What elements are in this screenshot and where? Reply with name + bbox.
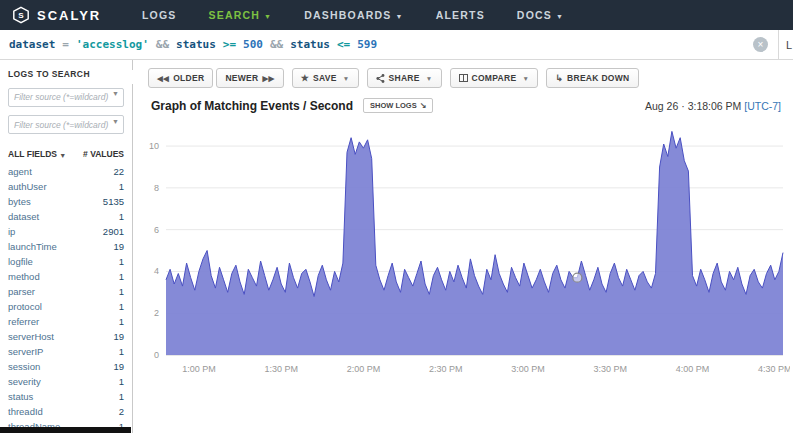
- chevron-down-icon: ▼: [426, 75, 433, 82]
- y-axis-tick-label: 0: [154, 350, 159, 360]
- field-row-referrer[interactable]: referrer1: [0, 314, 132, 329]
- chart-point-marker[interactable]: [573, 273, 582, 282]
- field-row-status[interactable]: status1: [0, 389, 132, 404]
- y-axis-tick-label: 2: [154, 308, 159, 318]
- nav-alerts-label: ALERTS: [436, 9, 485, 21]
- query-token: 599: [357, 38, 377, 51]
- events-per-second-chart[interactable]: 02468101:00 PM1:30 PM2:00 PM2:30 PM3:00 …: [142, 115, 790, 393]
- all-fields-dropdown[interactable]: ALL FIELDS ▼: [8, 149, 66, 159]
- field-row-bytes[interactable]: bytes5135: [0, 194, 132, 209]
- timestamp-text: Aug 26 · 3:18:06 PM: [645, 100, 741, 112]
- field-row-logfile[interactable]: logfile1: [0, 254, 132, 269]
- field-name: logfile: [8, 255, 33, 268]
- x-axis-tick-label: 1:30 PM: [264, 364, 298, 374]
- field-count: 2901: [103, 225, 124, 238]
- field-row-protocol[interactable]: protocol1: [0, 299, 132, 314]
- x-axis-tick-label: 4:00 PM: [676, 364, 710, 374]
- query-token: &&: [270, 38, 283, 51]
- nav-item-search[interactable]: SEARCH▼: [209, 9, 273, 21]
- field-name: bytes: [8, 195, 31, 208]
- field-row-authUser[interactable]: authUser1: [0, 179, 132, 194]
- field-row-severity[interactable]: severity1: [0, 374, 132, 389]
- field-row-launchTime[interactable]: launchTime19: [0, 239, 132, 254]
- chevron-down-icon: ▼: [343, 75, 350, 82]
- newer-button[interactable]: NEWER▶▶: [216, 68, 283, 88]
- current-timestamp: Aug 26 · 3:18:06 PM [UTC-7]: [645, 100, 781, 112]
- field-count: 19: [113, 240, 124, 253]
- brand-name: SCALYR: [37, 8, 101, 23]
- nav-item-logs[interactable]: LOGS: [142, 9, 177, 21]
- older-label: OLDER: [173, 73, 204, 83]
- chevron-down-icon: ▼: [59, 152, 66, 159]
- field-count: 1: [119, 180, 124, 193]
- field-row-ip[interactable]: ip2901: [0, 224, 132, 239]
- field-name: session: [8, 360, 40, 373]
- chevron-down-icon: ▼: [522, 75, 529, 82]
- query-token: <=: [337, 38, 350, 51]
- chevron-down-icon: ▼: [396, 13, 404, 20]
- field-count: 19: [113, 330, 124, 343]
- filter-source-input-1[interactable]: [8, 88, 124, 107]
- field-name: protocol: [8, 300, 42, 313]
- nav-dashboards-label: DASHBOARDS: [304, 9, 391, 21]
- query-token: dataset: [9, 38, 55, 51]
- nav-item-dashboards[interactable]: DASHBOARDS▼: [304, 9, 403, 21]
- fields-header: ALL FIELDS ▼ # VALUES: [0, 141, 132, 164]
- scalyr-logo-icon: S: [12, 6, 30, 24]
- search-query-bar[interactable]: dataset='accesslog'&&status>=500&&status…: [0, 30, 793, 60]
- field-name: agent: [8, 165, 32, 178]
- show-logs-label: SHOW LOGS: [370, 101, 417, 110]
- field-row-dataset[interactable]: dataset1: [0, 209, 132, 224]
- filter-source-1: ▼: [8, 86, 124, 107]
- nav-logs-label: LOGS: [142, 9, 177, 21]
- query-token: 'accesslog': [76, 38, 149, 51]
- field-count: 1: [119, 390, 124, 403]
- field-count: 2: [119, 405, 124, 418]
- field-count: 1: [119, 285, 124, 298]
- share-label: SHARE: [389, 73, 420, 83]
- rewind-icon: ◀◀: [157, 74, 169, 83]
- nav-item-docs[interactable]: DOCS▼: [517, 9, 564, 21]
- nav-item-alerts[interactable]: ALERTS: [436, 9, 485, 21]
- field-name: launchTime: [8, 240, 57, 253]
- brand[interactable]: S SCALYR: [0, 6, 128, 24]
- field-row-threadId[interactable]: threadId2: [0, 404, 132, 419]
- svg-text:S: S: [18, 11, 24, 20]
- time-nav-group: ◀◀OLDER NEWER▶▶: [148, 68, 284, 88]
- filter-source-input-2[interactable]: [8, 115, 124, 134]
- x-axis-tick-label: 2:30 PM: [429, 364, 463, 374]
- query-text: dataset='accesslog'&&status>=500&&status…: [9, 38, 384, 51]
- field-row-serverIP[interactable]: serverIP1: [0, 344, 132, 359]
- show-logs-button[interactable]: SHOW LOGS↘: [363, 98, 433, 113]
- field-row-agent[interactable]: agent22: [0, 164, 132, 179]
- query-token: status: [290, 38, 330, 51]
- break-down-button[interactable]: ↳BREAK DOWN: [546, 68, 638, 88]
- newer-label: NEWER: [225, 73, 258, 83]
- main-content: ◀◀OLDER NEWER▶▶ ★SAVE▼ SHARE▼ COMPARE▼ ↳…: [134, 60, 793, 433]
- clear-query-icon[interactable]: ×: [753, 37, 768, 52]
- save-button[interactable]: ★SAVE▼: [292, 68, 359, 88]
- partial-right-button[interactable]: L: [778, 30, 793, 59]
- field-name: authUser: [8, 180, 47, 193]
- compare-button[interactable]: COMPARE▼: [450, 68, 539, 88]
- older-button[interactable]: ◀◀OLDER: [148, 68, 213, 88]
- field-count: 22: [113, 165, 124, 178]
- field-count: 1: [119, 300, 124, 313]
- timezone-link[interactable]: [UTC-7]: [744, 100, 781, 112]
- chevron-down-icon: ▼: [556, 13, 564, 20]
- chart-container: 02468101:00 PM1:30 PM2:00 PM2:30 PM3:00 …: [142, 115, 790, 397]
- share-icon: [376, 74, 385, 83]
- field-count: 1: [119, 255, 124, 268]
- app-window: S SCALYR LOGS SEARCH▼ DASHBOARDS▼ ALERTS…: [0, 0, 793, 433]
- share-button[interactable]: SHARE▼: [367, 68, 442, 88]
- field-name: serverIP: [8, 345, 43, 358]
- logs-to-search-title: LOGS TO SEARCH: [0, 60, 132, 86]
- save-label: SAVE: [313, 73, 337, 83]
- field-row-serverHost[interactable]: serverHost19: [0, 329, 132, 344]
- field-count: 5135: [103, 195, 124, 208]
- field-row-method[interactable]: method1: [0, 269, 132, 284]
- x-axis-tick-label: 1:00 PM: [182, 364, 216, 374]
- field-row-session[interactable]: session19: [0, 359, 132, 374]
- field-row-parser[interactable]: parser1: [0, 284, 132, 299]
- query-token: status: [176, 38, 216, 51]
